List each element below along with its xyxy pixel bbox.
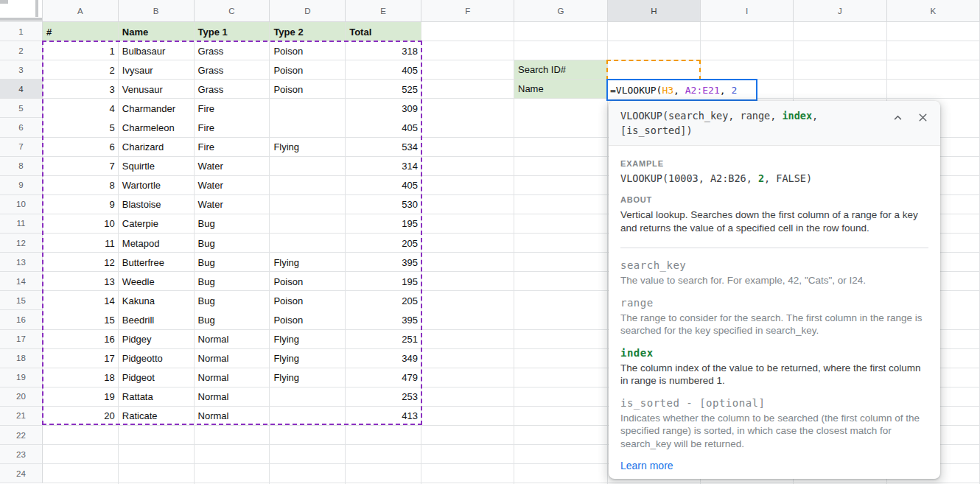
cell-type2[interactable] xyxy=(270,195,346,214)
cell-type2[interactable]: Poison xyxy=(270,310,346,329)
cell-total[interactable]: 349 xyxy=(346,349,421,368)
row-header-cell[interactable]: 19 xyxy=(0,368,43,387)
cell-name[interactable]: Kakuna xyxy=(119,291,195,310)
cell-name[interactable]: Ivysaur xyxy=(119,60,195,80)
cell-total[interactable]: 479 xyxy=(346,368,421,387)
cell-type1[interactable]: Grass xyxy=(195,80,270,99)
cell-type1[interactable]: Grass xyxy=(195,41,270,60)
cell-type2[interactable]: Flying xyxy=(270,330,346,349)
row-header-cell[interactable]: 21 xyxy=(0,407,43,426)
cell-type1[interactable]: Grass xyxy=(195,60,270,80)
cell-type2[interactable] xyxy=(270,176,346,195)
table-header-cell[interactable]: Name xyxy=(119,22,195,41)
cell-type2[interactable] xyxy=(270,407,346,426)
cell-name[interactable]: Pidgeot xyxy=(119,368,195,387)
cell-number[interactable]: 7 xyxy=(43,157,119,176)
cell-number[interactable]: 5 xyxy=(43,118,119,137)
row-header-cell[interactable]: 20 xyxy=(0,387,43,407)
cell-number[interactable]: 17 xyxy=(43,349,119,368)
cell-name[interactable]: Pidgeotto xyxy=(119,349,195,368)
cell-type1[interactable]: Normal xyxy=(195,349,270,368)
row-header-cell[interactable]: 16 xyxy=(0,310,43,329)
cell-total[interactable]: 205 xyxy=(346,234,421,253)
cell-type1[interactable]: Bug xyxy=(195,272,270,291)
column-header-cell[interactable]: J xyxy=(794,0,886,22)
row-header-cell[interactable]: 15 xyxy=(0,291,43,310)
cell-type1[interactable]: Bug xyxy=(195,310,270,329)
cell-name[interactable]: Weedle xyxy=(119,272,195,291)
cell-type2[interactable] xyxy=(270,99,346,118)
row-header-cell[interactable]: 2 xyxy=(0,41,43,60)
row-header-cell[interactable]: 10 xyxy=(0,195,43,214)
cell-total[interactable]: 253 xyxy=(346,387,421,407)
cell-type2[interactable]: Flying xyxy=(270,349,346,368)
cell-type2[interactable]: Poison xyxy=(270,41,346,60)
cell-type1[interactable]: Fire xyxy=(195,118,270,137)
cell-number[interactable]: 1 xyxy=(43,41,119,60)
cell-type2[interactable]: Poison xyxy=(270,272,346,291)
row-header-cell[interactable]: 3 xyxy=(0,60,43,80)
row-header-cell[interactable]: 18 xyxy=(0,349,43,368)
cell-type2[interactable]: Flying xyxy=(270,368,346,387)
cell-type2[interactable]: Flying xyxy=(270,138,346,157)
table-header-cell[interactable]: # xyxy=(43,22,119,41)
collapse-button[interactable] xyxy=(890,110,905,124)
cell-total[interactable]: 525 xyxy=(346,80,421,99)
cell-type1[interactable]: Normal xyxy=(195,387,270,407)
cell-total[interactable]: 309 xyxy=(346,99,421,118)
row-header-cell[interactable]: 13 xyxy=(0,253,43,272)
column-header-cell[interactable]: G xyxy=(514,0,607,22)
row-header-cell[interactable]: 1 xyxy=(0,22,43,41)
column-header-cell[interactable]: H xyxy=(608,0,701,22)
cell-number[interactable]: 15 xyxy=(43,310,119,329)
cell-type2[interactable]: Flying xyxy=(270,253,346,272)
cell-total[interactable]: 395 xyxy=(346,253,421,272)
cell-total[interactable]: 413 xyxy=(346,407,421,426)
cell-name[interactable]: Pidgey xyxy=(119,330,195,349)
column-header-cell[interactable]: A xyxy=(43,0,119,22)
cell-name[interactable]: Blastoise xyxy=(119,195,195,214)
cell-type2[interactable] xyxy=(270,387,346,407)
name-label-cell[interactable]: Name xyxy=(514,80,607,99)
cell-number[interactable]: 14 xyxy=(43,291,119,310)
cell-type2[interactable]: Poison xyxy=(270,60,346,80)
cell-name[interactable]: Charmeleon xyxy=(119,118,195,137)
row-header-cell[interactable]: 9 xyxy=(0,176,43,195)
cell-type1[interactable]: Bug xyxy=(195,253,270,272)
cell-total[interactable]: 314 xyxy=(346,157,421,176)
column-header-cell[interactable]: D xyxy=(270,0,346,22)
cell-number[interactable]: 9 xyxy=(43,195,119,214)
cell-number[interactable]: 13 xyxy=(43,272,119,291)
table-header-cell[interactable]: Total xyxy=(346,22,421,41)
cell-type1[interactable]: Water xyxy=(195,176,270,195)
cell-number[interactable]: 6 xyxy=(43,138,119,157)
cell-total[interactable]: 405 xyxy=(346,176,421,195)
cell-number[interactable]: 20 xyxy=(43,407,119,426)
cell-name[interactable]: Caterpie xyxy=(119,214,195,234)
cell-name[interactable]: Wartortle xyxy=(119,176,195,195)
cell-type1[interactable]: Fire xyxy=(195,99,270,118)
table-header-cell[interactable]: Type 2 xyxy=(270,22,346,41)
cell-number[interactable]: 10 xyxy=(43,214,119,234)
row-header-cell[interactable]: 24 xyxy=(0,464,43,483)
cell-type1[interactable]: Normal xyxy=(195,368,270,387)
row-header-cell[interactable]: 6 xyxy=(0,118,43,137)
cell-type2[interactable] xyxy=(270,157,346,176)
cell-total[interactable]: 530 xyxy=(346,195,421,214)
cell-name[interactable]: Butterfree xyxy=(119,253,195,272)
cell-name[interactable]: Raticate xyxy=(119,407,195,426)
cell-number[interactable]: 2 xyxy=(43,60,119,80)
cell-total[interactable]: 405 xyxy=(346,60,421,80)
cell-number[interactable]: 3 xyxy=(43,80,119,99)
cell-type1[interactable]: Fire xyxy=(195,138,270,157)
cell-total[interactable]: 318 xyxy=(346,41,421,60)
cell-name[interactable]: Rattata xyxy=(119,387,195,407)
column-header-cell[interactable]: E xyxy=(346,0,421,22)
column-header-cell[interactable]: F xyxy=(421,0,514,22)
cell-type1[interactable]: Bug xyxy=(195,214,270,234)
cell-name[interactable]: Squirtle xyxy=(119,157,195,176)
cell-name[interactable]: Bulbasaur xyxy=(119,41,195,60)
row-header-cell[interactable]: 8 xyxy=(0,157,43,176)
learn-more-link[interactable]: Learn more xyxy=(620,460,928,471)
cell-name[interactable]: Venusaur xyxy=(119,80,195,99)
